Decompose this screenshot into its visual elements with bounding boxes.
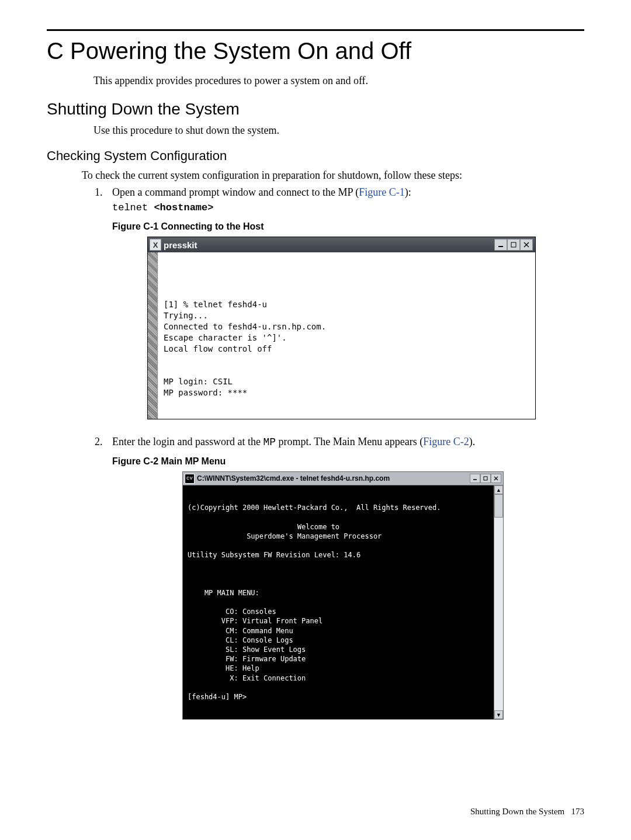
mp-code: MP [263, 436, 276, 448]
scroll-up-button[interactable]: ▲ [494, 485, 503, 494]
window2-body: (c)Copyright 2000 Hewlett-Packard Co., A… [183, 485, 503, 719]
terminal2-content: (c)Copyright 2000 Hewlett-Packard Co., A… [183, 485, 494, 719]
appendix-title: C Powering the System On and Off [47, 38, 584, 64]
terminal1-content: [1] % telnet feshd4-u Trying... Connecte… [158, 252, 535, 419]
step-1: Open a command prompt window and connect… [105, 186, 584, 419]
telnet-prefix: telnet [112, 202, 154, 213]
step-2-mid: prompt. The Main Menu appears ( [276, 436, 423, 447]
svg-rect-1 [511, 242, 516, 247]
top-rule [47, 29, 584, 31]
page: C Powering the System On and Off This ap… [0, 0, 631, 840]
window1-title-left: X presskit [148, 239, 197, 251]
telnet-command: telnet <hostname> [112, 202, 584, 213]
figure-c1-window: X presskit [1] % telnet feshd4-u Trying.… [147, 237, 536, 419]
step-1-text: Open a command prompt window and connect… [112, 186, 359, 198]
figref-c1[interactable]: Figure C-1 [359, 186, 405, 198]
svg-rect-5 [484, 477, 487, 480]
close-button[interactable] [520, 239, 533, 251]
x-icon: X [150, 239, 161, 251]
window1-body: [1] % telnet feshd4-u Trying... Connecte… [148, 252, 535, 419]
figure-c2-caption: Figure C-2 Main MP Menu [112, 456, 584, 467]
figref-c2[interactable]: Figure C-2 [423, 436, 469, 447]
scroll-down-button[interactable]: ▼ [494, 710, 503, 719]
close-button[interactable] [491, 474, 501, 483]
scroll-thumb[interactable] [494, 494, 503, 518]
minimize-button[interactable] [470, 474, 480, 483]
steps-list: Open a command prompt window and connect… [88, 186, 584, 720]
step-2-text: Enter the login and password at the [112, 436, 263, 447]
window2-title-left: cv C:\WINNT\System32\cmd.exe - telnet fe… [185, 474, 390, 484]
scroll-track[interactable] [494, 518, 503, 710]
subsection-text: To check the current system configuratio… [82, 169, 584, 182]
subsection-heading: Checking System Configuration [47, 148, 584, 164]
step-2-after: ). [469, 436, 476, 447]
footer-page: 173 [571, 807, 585, 816]
figure-c1-caption: Figure C-1 Connecting to the Host [112, 221, 584, 232]
page-footer: Shutting Down the System 173 [470, 807, 584, 817]
window2-controls [470, 474, 501, 483]
step-2: Enter the login and password at the MP p… [105, 436, 584, 720]
window1-titlebar: X presskit [148, 237, 535, 252]
window2-scrollbar[interactable]: ▲ ▼ [494, 485, 503, 719]
appendix-intro: This appendix provides procedures to pow… [93, 75, 584, 87]
window1-scrollbar[interactable] [148, 252, 158, 419]
minimize-button[interactable] [494, 239, 507, 251]
maximize-button[interactable] [480, 474, 491, 483]
window1-title-text: presskit [164, 240, 197, 250]
step-1-after: ): [405, 186, 411, 198]
window2-titlebar: cv C:\WINNT\System32\cmd.exe - telnet fe… [183, 472, 503, 485]
footer-text: Shutting Down the System [470, 807, 564, 816]
window1-controls [494, 239, 533, 251]
maximize-button[interactable] [507, 239, 520, 251]
cmd-icon: cv [185, 474, 195, 484]
window2-title-text: C:\WINNT\System32\cmd.exe - telnet feshd… [197, 474, 390, 483]
section-text: Use this procedure to shut down the syst… [93, 124, 584, 137]
telnet-hostname: <hostname> [154, 202, 213, 213]
section-heading: Shutting Down the System [47, 100, 584, 119]
figure-c2-window: cv C:\WINNT\System32\cmd.exe - telnet fe… [182, 471, 504, 720]
